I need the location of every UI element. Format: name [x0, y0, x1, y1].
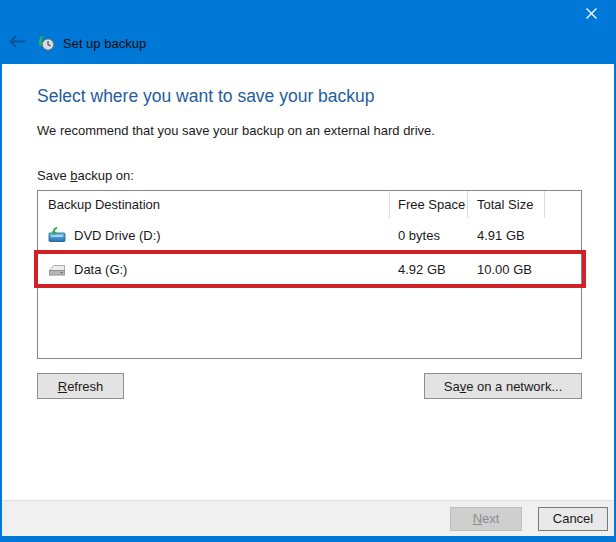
- setup-backup-window: Set up backup Select where you want to s…: [0, 0, 616, 542]
- drive-free-space: 0 bytes: [390, 218, 468, 252]
- backup-app-icon: [38, 35, 55, 52]
- column-header-total-size[interactable]: Total Size: [468, 191, 545, 218]
- window-title: Set up backup: [63, 36, 146, 51]
- destination-list-wrap: Backup Destination Free Space Total Size: [37, 190, 582, 359]
- close-button[interactable]: [582, 6, 600, 24]
- page-title: Select where you want to save your backu…: [37, 86, 582, 107]
- dvd-drive-icon: [47, 227, 67, 243]
- refresh-button[interactable]: Refresh: [37, 373, 124, 399]
- table-row-dvd-drive[interactable]: DVD Drive (D:) 0 bytes 4.91 GB: [38, 218, 581, 252]
- save-backup-on-label: Save backup on:: [37, 168, 582, 183]
- titlebar-nav: Set up backup: [9, 34, 146, 52]
- save-on-network-button[interactable]: Save on a network...: [424, 373, 582, 399]
- wizard-footer: Next Cancel: [2, 500, 614, 536]
- recommendation-text: We recommend that you save your backup o…: [37, 123, 582, 138]
- next-button[interactable]: Next: [450, 507, 522, 531]
- drive-total-size: 4.91 GB: [468, 218, 545, 252]
- destination-listview[interactable]: Backup Destination Free Space Total Size: [37, 190, 582, 359]
- titlebar: Set up backup: [0, 0, 616, 64]
- drive-name: Data (G:): [74, 262, 127, 277]
- column-header-filler: [545, 191, 581, 218]
- list-actions-row: Refresh Save on a network...: [37, 373, 582, 399]
- back-arrow-icon: [9, 34, 27, 52]
- drive-free-space: 4.92 GB: [390, 252, 468, 286]
- close-icon: [585, 6, 598, 24]
- column-header-free-space[interactable]: Free Space: [390, 191, 468, 218]
- drive-total-size: 10.00 GB: [468, 252, 545, 286]
- cancel-button[interactable]: Cancel: [538, 507, 608, 531]
- back-button[interactable]: [9, 34, 31, 52]
- hard-drive-icon: [47, 262, 67, 277]
- column-header-backup-destination[interactable]: Backup Destination: [38, 191, 390, 218]
- table-row-data-drive[interactable]: Data (G:) 4.92 GB 10.00 GB: [38, 252, 581, 286]
- wizard-body: Select where you want to save your backu…: [2, 64, 614, 500]
- drive-name: DVD Drive (D:): [74, 228, 161, 243]
- listview-header: Backup Destination Free Space Total Size: [38, 191, 581, 218]
